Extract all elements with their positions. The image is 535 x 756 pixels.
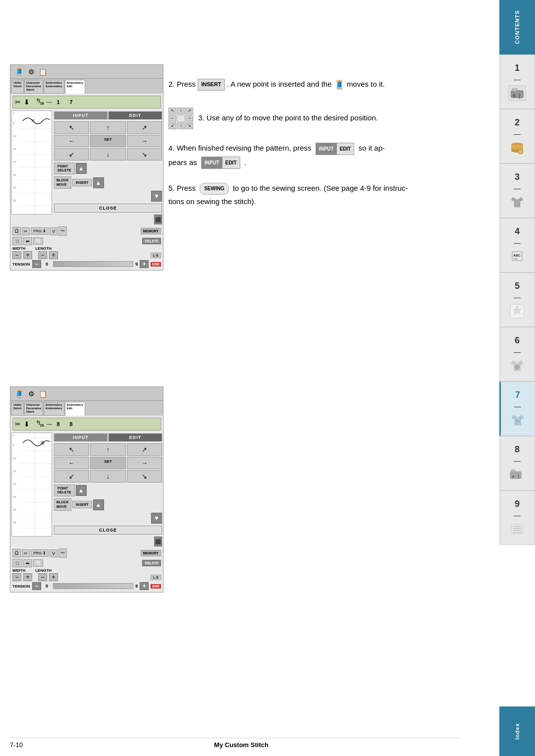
- sidebar-item-2[interactable]: 2 —: [499, 109, 535, 163]
- length-minus[interactable]: −: [38, 251, 47, 259]
- triangle-up-1[interactable]: ▲: [76, 163, 87, 174]
- triangle-fill-1[interactable]: ▲: [93, 177, 104, 188]
- tab-embroidery[interactable]: Embroidery Embroidery: [44, 80, 64, 94]
- sidebar-item-7[interactable]: 7 —: [499, 381, 535, 436]
- dir2-bottomright[interactable]: ↘: [127, 470, 162, 483]
- input-edit-inline-2: INPUT EDIT: [201, 157, 240, 169]
- sidebar-item-4[interactable]: 4 — ABC vso: [499, 218, 535, 272]
- tab-embroidery-edit[interactable]: Embroidery Edit: [65, 80, 85, 94]
- tab-character-stitch[interactable]: Character Decorative Stitch: [24, 80, 44, 94]
- error-btn-1[interactable]: ERR: [151, 262, 161, 267]
- triangle-down-1[interactable]: ▼: [151, 191, 162, 202]
- memory-btn-2[interactable]: MEMORY: [141, 550, 161, 556]
- thread-spool-icon: [510, 141, 525, 155]
- block-move-2[interactable]: BLOCK MOVE: [54, 498, 71, 511]
- dir2-set[interactable]: SET: [90, 457, 125, 469]
- close-button-1[interactable]: CLOSE: [54, 204, 162, 213]
- triangle-down-2[interactable]: ▼: [151, 513, 162, 524]
- dir-bottomleft[interactable]: ↙: [54, 148, 89, 161]
- tension-minus-2[interactable]: −: [32, 582, 41, 590]
- sidebar-item-3[interactable]: 3 —: [499, 163, 535, 218]
- dir-bottomright[interactable]: ↘: [127, 148, 162, 161]
- width-plus[interactable]: +: [23, 251, 32, 259]
- input-button-2[interactable]: INPUT: [54, 433, 107, 441]
- tension-plus-2[interactable]: +: [140, 582, 149, 590]
- index-tab[interactable]: Index: [499, 706, 535, 756]
- dir-set[interactable]: SET: [90, 135, 125, 147]
- arrow-sw: ↙: [168, 122, 176, 129]
- close-button-2[interactable]: CLOSE: [54, 526, 162, 535]
- insert-1[interactable]: INSERT: [72, 179, 92, 186]
- tab-contents[interactable]: CONTENTS: [499, 0, 535, 54]
- tab2-embroidery[interactable]: Embroidery Embroidery: [44, 402, 64, 416]
- prs-btn[interactable]: PRS ⬇: [31, 227, 49, 235]
- svg-rect-18: [518, 475, 519, 479]
- triangle-fill-2[interactable]: ▲: [93, 499, 104, 510]
- sidebar-item-9[interactable]: 9 —: [499, 490, 535, 545]
- sidebar-item-1[interactable]: 1 —: [499, 54, 535, 109]
- block-move-1[interactable]: BLOCK MOVE: [54, 176, 71, 189]
- panel-top-bar-2: 🧵 ⚙ 📋: [10, 387, 163, 401]
- delete-btn-2[interactable]: DELETE: [142, 560, 161, 566]
- dir-down[interactable]: ↓: [90, 148, 125, 161]
- sidebar-item-5[interactable]: 5 —: [499, 272, 535, 327]
- ls-btn-2[interactable]: L·S: [151, 575, 161, 580]
- y-label-30: 30: [13, 186, 16, 189]
- sidebar-item-6[interactable]: 6 —: [499, 327, 535, 381]
- bottom-icons-row-2: □ ⬅ ⬜ DELETE: [12, 237, 161, 245]
- dir-right[interactable]: →: [127, 135, 162, 147]
- delete-btn-1[interactable]: DELETE: [142, 238, 161, 244]
- tab-utility-stitch[interactable]: Utility Stitch: [11, 80, 24, 94]
- num-icon-2: ⬜: [33, 559, 43, 567]
- dir2-left[interactable]: ←: [54, 457, 89, 469]
- tab-embroidery-label: Embroidery Embroidery: [46, 81, 62, 88]
- dir2-topleft[interactable]: ↖: [54, 443, 89, 456]
- y-label-10: 10: [13, 135, 16, 138]
- width-minus-2[interactable]: −: [12, 573, 21, 581]
- triangle-up-2[interactable]: ▲: [76, 485, 87, 496]
- point-delete-label: POINT DELETE: [57, 164, 71, 173]
- width-plus-2[interactable]: +: [23, 573, 32, 581]
- point-delete-2[interactable]: POINT DELETE: [54, 485, 75, 497]
- dir2-topright[interactable]: ↗: [127, 443, 162, 456]
- dir2-bottomleft[interactable]: ↙: [54, 470, 89, 483]
- svg-rect-3: [519, 94, 520, 99]
- tab2-embroidery-edit[interactable]: Embroidery Edit: [65, 402, 85, 416]
- dir2-right[interactable]: →: [127, 457, 162, 469]
- tension-plus[interactable]: +: [140, 260, 149, 268]
- ls-btn-1[interactable]: L·S: [151, 253, 161, 258]
- sidebar-item-8[interactable]: 8 —: [499, 436, 535, 490]
- scroll-indicator-1[interactable]: ⬛: [154, 215, 162, 224]
- dir-buttons-1: ↖ ↑ ↗ ← SET → ↙ ↓ ↘: [54, 121, 162, 161]
- memory-btn-1[interactable]: MEMORY: [141, 228, 161, 234]
- width-minus[interactable]: −: [12, 251, 21, 259]
- point-delete-1[interactable]: POINT DELETE: [54, 162, 75, 175]
- panel-icon-3: 📋: [39, 68, 47, 76]
- dir-left[interactable]: ←: [54, 135, 89, 147]
- tab2-utility[interactable]: Utility Stitch: [11, 402, 24, 416]
- length-label-2: LENGTH: [35, 568, 52, 573]
- dir-up[interactable]: ↑: [90, 121, 125, 134]
- tab2-character[interactable]: Character Decorative Stitch: [24, 402, 44, 416]
- length-plus[interactable]: +: [49, 251, 58, 259]
- tension-slider-1[interactable]: [53, 261, 134, 267]
- insert-2[interactable]: INSERT: [72, 501, 92, 508]
- error-btn-2[interactable]: ERR: [151, 584, 161, 589]
- dir-topright[interactable]: ↗: [127, 121, 162, 134]
- dir-topleft[interactable]: ↖: [54, 121, 89, 134]
- prs-btn-2[interactable]: PRS ⬇: [31, 549, 49, 557]
- dir2-up[interactable]: ↑: [90, 443, 125, 456]
- dir2-down[interactable]: ↓: [90, 470, 125, 483]
- length-minus-2[interactable]: −: [38, 573, 47, 581]
- footer-title: My Custom Stitch: [214, 741, 268, 749]
- display-icon-scissors-2: ✂: [15, 420, 21, 428]
- tension-minus[interactable]: −: [32, 260, 41, 268]
- scroll-indicator-2[interactable]: ⬛: [154, 537, 162, 546]
- length-plus-2[interactable]: +: [49, 573, 58, 581]
- y2-label-30: 30: [13, 508, 16, 511]
- edit-button-1[interactable]: EDIT: [108, 111, 162, 119]
- input-inline-label: INPUT: [316, 143, 337, 155]
- tension-slider-2[interactable]: [53, 583, 134, 589]
- input-button-1[interactable]: INPUT: [54, 111, 107, 119]
- edit-button-2[interactable]: EDIT: [108, 433, 162, 441]
